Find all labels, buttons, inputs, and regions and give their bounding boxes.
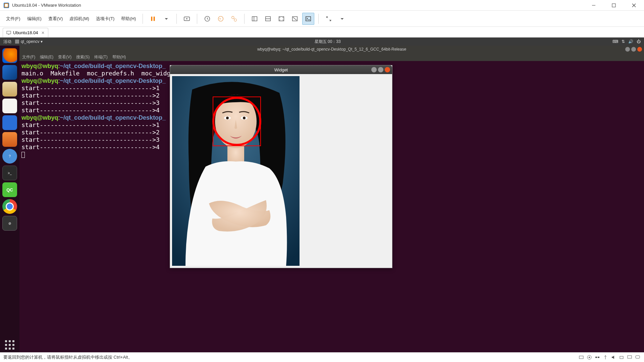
term-menu-search[interactable]: 搜索(S) (76, 54, 90, 60)
manage-snapshots-button[interactable] (228, 13, 240, 25)
status-text: 要返回到您的计算机，请将鼠标指针从虚拟机中移出或按 Ctrl+Alt。 (3, 354, 132, 360)
svg-rect-6 (151, 16, 153, 21)
maximize-button[interactable] (607, 1, 621, 10)
snapshot-button[interactable] (201, 13, 213, 25)
close-button[interactable] (627, 1, 641, 10)
svg-point-35 (589, 357, 590, 358)
device-display-icon[interactable] (627, 354, 633, 360)
keyboard-icon[interactable]: ⌨ (612, 39, 618, 44)
separator (318, 14, 319, 24)
vmware-titlebar: Ubuntu18.04 - VMware Workstation (0, 0, 644, 11)
term-menu-edit[interactable]: 编辑(E) (40, 54, 53, 60)
ubuntu-topbar: 活动 qt_opencv ▾ 星期五 00：33 ⌨ ⇅ 🔊 ⏻ (0, 38, 644, 46)
separator (176, 14, 177, 24)
power-icon[interactable]: ⏻ (637, 39, 641, 44)
launcher-rhythmbox[interactable] (2, 99, 17, 113)
launcher-libreoffice-writer[interactable] (2, 115, 17, 130)
vmware-menubar: 文件(F) 编辑(E) 查看(V) 虚拟机(M) 选项卡(T) 帮助(H) (0, 11, 644, 27)
widget-maximize-button[interactable] (378, 67, 383, 72)
statusbar-icons (578, 354, 641, 360)
svg-rect-23 (7, 31, 11, 34)
terminal-menubar: 文件(F) 编辑(E) 查看(V) 搜索(S) 终端(T) 帮助(H) (19, 53, 644, 61)
launcher-thunderbird[interactable] (2, 65, 17, 80)
term-menu-help[interactable]: 帮助(H) (112, 54, 126, 60)
widget-titlebar[interactable]: Widget (170, 65, 392, 74)
launcher-help[interactable]: ? (2, 149, 17, 164)
widget-close-button[interactable] (385, 67, 390, 72)
tab-ubuntu[interactable]: Ubuntu18.04 ✕ (3, 28, 48, 37)
device-usb-icon[interactable] (602, 354, 608, 360)
unity-button[interactable] (289, 13, 301, 25)
fullscreen-button[interactable] (275, 13, 287, 25)
volume-icon[interactable]: 🔊 (628, 39, 633, 44)
widget-content (170, 74, 392, 268)
term-menu-file[interactable]: 文件(F) (22, 54, 35, 60)
view-split-button[interactable] (262, 13, 274, 25)
device-sound-icon[interactable] (610, 354, 616, 360)
term-menu-terminal[interactable]: 终端(T) (94, 54, 107, 60)
ubuntu-launcher: ? >_ QC ⊘ (0, 46, 19, 352)
svg-point-32 (243, 117, 246, 119)
message-icon[interactable] (635, 354, 641, 360)
launcher-qt-creator[interactable]: QC (2, 182, 17, 197)
svg-point-30 (226, 117, 229, 119)
tab-label: Ubuntu18.04 (13, 30, 38, 35)
network-icon[interactable]: ⇅ (622, 39, 625, 44)
app-menu[interactable]: qt_opencv ▾ (15, 39, 43, 44)
menu-help[interactable]: 帮助(H) (118, 14, 139, 24)
svg-rect-33 (579, 356, 583, 359)
svg-point-9 (186, 18, 188, 19)
terminal-title: wbyq@wbyq: ~/qt_code/build-qt_opencv-Des… (257, 47, 406, 52)
vmware-statusbar: 要返回到您的计算机，请将鼠标指针从虚拟机中移出或按 Ctrl+Alt。 (0, 352, 644, 362)
send-ctrl-alt-del-button[interactable] (181, 13, 193, 25)
widget-window[interactable]: Widget (170, 65, 392, 268)
device-hdd-icon[interactable] (578, 354, 584, 360)
vmware-tabs: Ubuntu18.04 ✕ (0, 27, 644, 38)
device-cd-icon[interactable] (586, 354, 592, 360)
terminal-maximize-button[interactable] (631, 47, 636, 52)
launcher-files[interactable] (2, 82, 17, 97)
term-menu-view[interactable]: 查看(V) (58, 54, 71, 60)
terminal-minimize-button[interactable] (625, 47, 630, 52)
monitor-icon (6, 31, 11, 35)
terminal-close-button[interactable] (637, 47, 642, 52)
launcher-app[interactable]: ⊘ (2, 216, 17, 231)
launcher-terminal[interactable]: >_ (2, 166, 17, 180)
tab-close-button[interactable]: ✕ (41, 31, 45, 35)
pause-button[interactable] (147, 13, 159, 25)
widget-minimize-button[interactable] (371, 67, 377, 72)
app-name: qt_opencv (21, 39, 39, 44)
svg-rect-37 (598, 357, 599, 358)
launcher-firefox[interactable] (2, 48, 17, 63)
terminal-titlebar[interactable]: wbyq@wbyq: ~/qt_code/build-qt_opencv-Des… (19, 46, 644, 53)
separator (244, 14, 245, 24)
minimize-button[interactable] (587, 1, 600, 10)
show-applications-button[interactable] (2, 338, 17, 352)
app-icon (15, 39, 19, 44)
widget-title: Widget (274, 67, 288, 72)
svg-rect-25 (15, 40, 19, 44)
svg-line-21 (293, 17, 297, 20)
device-printer-icon[interactable] (619, 354, 625, 360)
device-network-icon[interactable] (594, 354, 600, 360)
launcher-chrome[interactable] (2, 199, 17, 214)
clock[interactable]: 星期五 00：33 (43, 39, 612, 45)
revert-snapshot-button[interactable] (215, 13, 227, 25)
view-single-button[interactable] (249, 13, 261, 25)
launcher-ubuntu-software[interactable] (2, 132, 17, 147)
dropdown-button[interactable] (160, 13, 172, 25)
menu-file[interactable]: 文件(F) (3, 14, 23, 24)
svg-rect-7 (154, 16, 155, 21)
svg-rect-15 (252, 16, 257, 21)
console-button[interactable] (302, 13, 314, 25)
activities-button[interactable]: 活动 (3, 39, 11, 45)
menu-vm[interactable]: 虚拟机(M) (67, 14, 92, 24)
menu-tabs[interactable]: 选项卡(T) (93, 14, 117, 24)
menu-edit[interactable]: 编辑(E) (24, 14, 44, 24)
menu-view[interactable]: 查看(V) (46, 14, 65, 24)
svg-rect-22 (306, 16, 311, 21)
face-detection-image (172, 76, 300, 266)
svg-rect-40 (636, 356, 640, 358)
stretch-dropdown-button[interactable] (336, 13, 348, 25)
stretch-button[interactable] (323, 13, 335, 25)
